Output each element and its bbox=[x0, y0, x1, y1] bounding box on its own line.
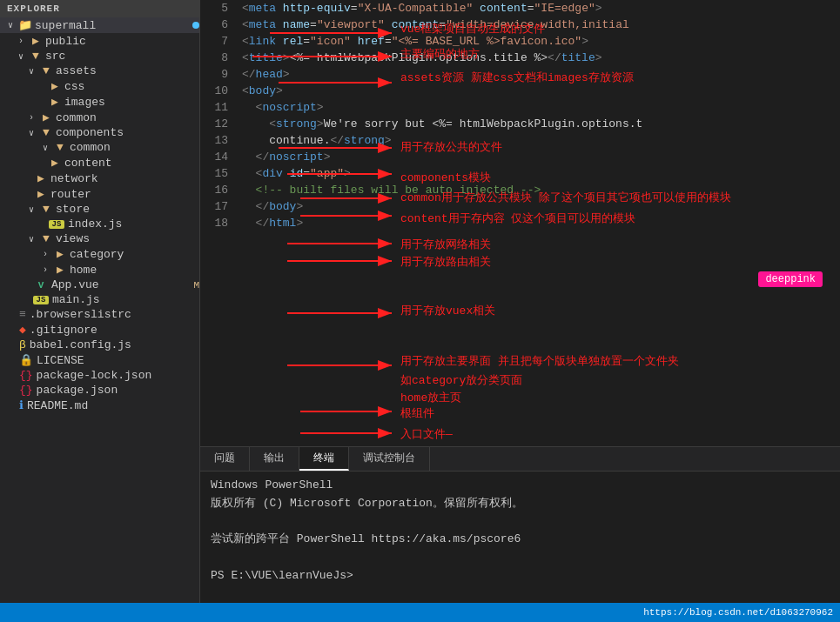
sidebar: EXPLORER ∨ 📁 supermall › ▶ public ∨ ▼ sr… bbox=[0, 0, 200, 603]
terminal-line bbox=[211, 513, 830, 532]
tab-terminal[interactable]: 终端 bbox=[299, 447, 349, 471]
item-label: .browserslistrc bbox=[30, 308, 199, 321]
code-line: <!-- built files will be auto injected -… bbox=[242, 182, 840, 198]
sidebar-item-browserslist[interactable]: ≡ .browserslistrc bbox=[0, 307, 199, 322]
tab-output[interactable]: 输出 bbox=[250, 447, 299, 471]
code-line: </noscript> bbox=[242, 149, 840, 165]
item-label: package.json bbox=[37, 384, 199, 397]
sidebar-item-license[interactable]: 🔒 LICENSE bbox=[0, 352, 199, 368]
code-line: </body> bbox=[242, 198, 840, 215]
sidebar-item-app-vue[interactable]: V App.vue M bbox=[0, 278, 199, 292]
panel-tabs: 问题 输出 终端 调试控制台 bbox=[200, 447, 840, 472]
sidebar-item-content[interactable]: ▶ content bbox=[0, 155, 199, 171]
js-icon: JS bbox=[33, 296, 49, 304]
line-numbers: 5 6 7 8 9 10 11 12 13 14 15 16 17 18 bbox=[200, 0, 235, 446]
folder-icon: ▼ bbox=[38, 64, 54, 77]
status-url: https://blog.csdn.net/d1063270962 bbox=[643, 607, 833, 618]
code-line: </head> bbox=[242, 66, 840, 83]
item-label: category bbox=[70, 248, 199, 261]
code-line: <noscript> bbox=[242, 99, 840, 116]
arrow-icon: ∨ bbox=[3, 20, 17, 30]
tab-debug-console[interactable]: 调试控制台 bbox=[349, 447, 430, 471]
modified-badge: M bbox=[193, 280, 199, 291]
sidebar-header: EXPLORER bbox=[0, 0, 199, 17]
sidebar-item-main-js[interactable]: JS main.js bbox=[0, 292, 199, 307]
sidebar-item-pkg-lock[interactable]: {} package-lock.json bbox=[0, 368, 199, 383]
sidebar-item-home[interactable]: › ▶ home bbox=[0, 262, 199, 278]
folder-icon: ▶ bbox=[33, 171, 49, 185]
terminal-line: 尝试新的跨平台 PowerShell https://aka.ms/pscore… bbox=[211, 531, 830, 549]
bottom-panel: 问题 输出 终端 调试控制台 Windows PowerShell 版权所有 (… bbox=[200, 446, 840, 603]
sidebar-item-components[interactable]: ∨ ▼ components bbox=[0, 125, 199, 140]
sidebar-item-css[interactable]: ▶ css bbox=[0, 78, 199, 94]
sidebar-item-public[interactable]: › ▶ public bbox=[0, 33, 199, 49]
readme-icon: ℹ bbox=[19, 398, 24, 412]
sidebar-item-babel[interactable]: β babel.config.js bbox=[0, 338, 199, 352]
item-label: content bbox=[64, 157, 199, 170]
item-label: views bbox=[56, 232, 199, 245]
arrow-icon: ∨ bbox=[24, 234, 38, 244]
item-label: main.js bbox=[52, 293, 199, 306]
sidebar-item-images[interactable]: ▶ images bbox=[0, 94, 199, 110]
folder-icon: ▼ bbox=[38, 126, 54, 139]
sidebar-item-root[interactable]: ∨ 📁 supermall bbox=[0, 17, 199, 33]
arrow-icon: ∨ bbox=[24, 66, 38, 77]
sidebar-item-store[interactable]: ∨ ▼ store bbox=[0, 202, 199, 217]
sidebar-item-gitignore[interactable]: ◆ .gitignore bbox=[0, 322, 199, 338]
item-label: LICENSE bbox=[37, 354, 199, 367]
folder-icon: ▶ bbox=[47, 156, 63, 170]
sidebar-item-common[interactable]: › ▶ common bbox=[0, 110, 199, 125]
babel-icon: β bbox=[19, 338, 26, 351]
sidebar-item-category[interactable]: › ▶ category bbox=[0, 246, 199, 262]
code-lines: <meta http-equiv="X-UA-Compatible" conte… bbox=[235, 0, 840, 446]
sidebar-item-router[interactable]: ▶ router bbox=[0, 186, 199, 202]
terminal-content: Windows PowerShell 版权所有 (C) Microsoft Co… bbox=[200, 472, 840, 603]
folder-icon: ▶ bbox=[47, 95, 63, 109]
item-label: assets bbox=[56, 64, 199, 77]
editor-area: 5 6 7 8 9 10 11 12 13 14 15 16 17 18 <me… bbox=[200, 0, 840, 603]
root-label: supermall bbox=[35, 19, 187, 32]
item-label: home bbox=[70, 264, 199, 277]
sidebar-item-pkg-json[interactable]: {} package.json bbox=[0, 383, 199, 398]
folder-icon: ▶ bbox=[33, 187, 49, 201]
sidebar-item-readme[interactable]: ℹ README.md bbox=[0, 398, 199, 413]
status-dot bbox=[192, 22, 199, 29]
sidebar-item-views[interactable]: ∨ ▼ views bbox=[0, 231, 199, 246]
arrow-icon: ∨ bbox=[24, 204, 38, 215]
editor-content: 5 6 7 8 9 10 11 12 13 14 15 16 17 18 <me… bbox=[200, 0, 840, 446]
item-label: router bbox=[50, 188, 199, 201]
code-line: <body> bbox=[242, 83, 840, 99]
folder-icon: ▼ bbox=[52, 141, 68, 154]
item-label: src bbox=[45, 50, 199, 63]
item-label: package-lock.json bbox=[37, 369, 199, 382]
code-line: <meta http-equiv="X-UA-Compatible" conte… bbox=[242, 0, 840, 17]
folder-icon: 📁 bbox=[17, 18, 33, 32]
item-label: network bbox=[50, 172, 199, 185]
sidebar-item-comp-common[interactable]: ∨ ▼ common bbox=[0, 140, 199, 155]
folder-icon: ▼ bbox=[28, 50, 44, 63]
arrow-icon: ∨ bbox=[38, 143, 52, 153]
item-label: .gitignore bbox=[30, 324, 199, 337]
folder-icon: ▶ bbox=[47, 79, 63, 93]
sidebar-item-src[interactable]: ∨ ▼ src bbox=[0, 49, 199, 64]
arrow-icon: › bbox=[38, 250, 52, 259]
item-label: css bbox=[64, 80, 199, 93]
folder-icon: ▶ bbox=[28, 34, 44, 48]
license-icon: 🔒 bbox=[19, 353, 33, 367]
git-icon: ◆ bbox=[19, 323, 26, 337]
item-label: babel.config.js bbox=[30, 338, 199, 351]
code-line: <strong>We're sorry but <%= htmlWebpackP… bbox=[242, 116, 840, 132]
sidebar-item-index-js[interactable]: JS index.js bbox=[0, 217, 199, 231]
arrow-icon: › bbox=[38, 265, 52, 275]
item-label: images bbox=[64, 96, 199, 109]
item-label: README.md bbox=[27, 399, 199, 412]
folder-icon: ▼ bbox=[38, 232, 54, 245]
sidebar-item-assets[interactable]: ∨ ▼ assets bbox=[0, 64, 199, 78]
terminal-line: Windows PowerShell bbox=[211, 477, 830, 495]
arrow-icon: › bbox=[24, 113, 38, 123]
code-line: <title><%= htmlWebpackPlugin.options.tit… bbox=[242, 50, 840, 66]
arrow-icon: › bbox=[14, 37, 28, 46]
code-line: </html> bbox=[242, 215, 840, 231]
tab-problems[interactable]: 问题 bbox=[200, 447, 250, 471]
sidebar-item-network[interactable]: ▶ network bbox=[0, 171, 199, 186]
